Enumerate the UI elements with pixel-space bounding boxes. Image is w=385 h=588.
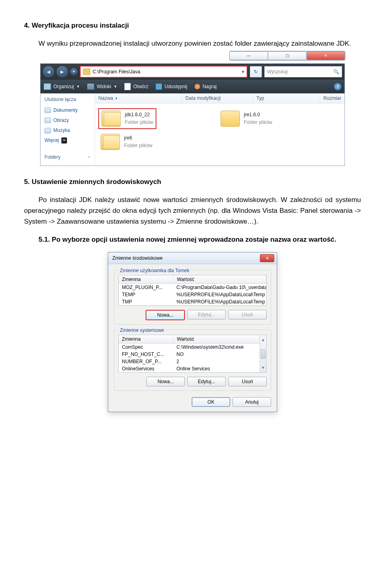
chevron-up-icon: ⌄ (87, 154, 91, 161)
folder-label: jre6 Folder plików (124, 134, 152, 150)
folders-area: jdk1.6.0_22 Folder plików jre1.6.0 Folde… (95, 103, 344, 134)
sidebar-link-music[interactable]: Muzyka (45, 125, 91, 135)
table-row[interactable]: OnlineServicesOnline Services (119, 365, 266, 372)
column-name[interactable]: Nazwa▲ (95, 93, 182, 103)
col-variable[interactable]: Zmienna (119, 276, 174, 283)
organize-button[interactable]: Organizuj▼ (44, 83, 80, 91)
column-size[interactable]: Rozmiar (320, 93, 344, 103)
search-input[interactable]: Wyszukaj 🔍 (264, 66, 342, 77)
explorer-sidebar: Ulubione łącza Dokumenty Obrazy Muzyka W… (41, 93, 95, 165)
user-vars-table: Zmienna Wartość MOZ_PLUGIN_P...C:\Progra… (118, 275, 267, 306)
dialog-titlebar: Zmienne środowiskowe ✕ (108, 253, 277, 264)
new-button[interactable]: Nowa... (146, 310, 185, 320)
explorer-screenshot: — ▢ ✕ ◄ ► ▼ C:\Program Files\Java ▾ ↻ Wy… (40, 63, 345, 166)
open-button[interactable]: Otwórz (124, 83, 148, 91)
col-value[interactable]: Wartość (174, 335, 266, 343)
folder-jre6[interactable]: jre6 Folder plików (101, 134, 152, 150)
forward-button[interactable]: ► (57, 66, 68, 77)
burn-button[interactable]: Nagraj (195, 83, 217, 91)
documents-icon (45, 107, 51, 113)
sidebar-title: Ulubione łącza (45, 96, 91, 103)
group-system-vars: Zmienne systemowe Zmienna Wartość ComSpe… (114, 329, 271, 391)
dialog-close-button[interactable]: ✕ (260, 254, 274, 262)
column-headers: Nazwa▲ Data modyfikacji Typ Rozmiar (95, 93, 344, 103)
explorer-nav: ◄ ► ▼ C:\Program Files\Java ▾ ↻ Wyszukaj… (41, 64, 344, 80)
organize-icon (44, 83, 51, 90)
dialog-body: Zmienne użytkownika dla Tomek Zmienna Wa… (108, 264, 277, 412)
group-system-caption: Zmienne systemowe (118, 327, 166, 334)
folder-jdk[interactable]: jdk1.6.0_22 Folder plików (101, 111, 153, 127)
cancel-button[interactable]: Anuluj (233, 397, 271, 407)
folder-icon (221, 111, 240, 127)
folder-label: jre1.6.0 Folder plików (244, 111, 272, 126)
group-user-vars: Zmienne użytkownika dla Tomek Zmienna Wa… (114, 270, 271, 325)
table-header: Zmienna Wartość (119, 335, 266, 344)
explorer-body: Ulubione łącza Dokumenty Obrazy Muzyka W… (41, 93, 344, 165)
section5-heading: 5. Ustawienie zmiennych środowiskowych (24, 176, 361, 187)
search-icon: 🔍 (333, 68, 339, 76)
delete-button[interactable]: Usuń (228, 377, 267, 386)
table-row[interactable]: TEMP%USERPROFILE%\AppData\Local\Temp (119, 291, 266, 298)
table-row[interactable]: ComSpecC:\Windows\system32\cmd.exe (119, 344, 266, 351)
folders-area-2: jre6 Folder plików (95, 134, 344, 155)
maximize-button[interactable]: ▢ (268, 51, 306, 60)
views-icon (87, 83, 94, 90)
section4-heading: 4. Weryfikacja procesu instalacji (24, 20, 361, 31)
scroll-up-icon[interactable]: ▴ (262, 336, 264, 344)
sidebar-link-pictures[interactable]: Obrazy (45, 115, 91, 125)
sidebar-link-documents[interactable]: Dokumenty (45, 105, 91, 115)
close-button[interactable]: ✕ (306, 51, 345, 60)
search-placeholder: Wyszukaj (267, 68, 288, 76)
scroll-down-icon[interactable]: ▾ (262, 364, 264, 372)
address-bar[interactable]: C:\Program Files\Java ▾ (80, 66, 247, 78)
address-text: C:\Program Files\Java (93, 68, 140, 76)
minimize-button[interactable]: — (230, 51, 268, 60)
music-icon (45, 128, 51, 133)
refresh-button[interactable]: ↻ (250, 66, 262, 77)
col-value[interactable]: Wartość (174, 276, 266, 283)
table-row[interactable]: NUMBER_OF_P...2 (119, 358, 266, 365)
back-button[interactable]: ◄ (43, 66, 54, 77)
explorer-main: Nazwa▲ Data modyfikacji Typ Rozmiar jdk1… (95, 93, 344, 165)
edit-button[interactable]: Edytuj... (187, 310, 226, 319)
highlighted-folders: jdk1.6.0_22 Folder plików (98, 108, 156, 129)
scroll-thumb[interactable] (261, 349, 265, 359)
group-user-caption: Zmienne użytkownika dla Tomek (118, 267, 191, 275)
col-variable[interactable]: Zmienna (119, 335, 174, 343)
system-button-row: Nowa... Edytuj... Usuń (118, 377, 267, 386)
section4-paragraph: W wyniku przeprowadzonej instalacji utwo… (24, 38, 361, 49)
folder-icon (101, 111, 121, 127)
user-button-row: Nowa... Edytuj... Usuń (118, 310, 267, 320)
views-button[interactable]: Widoki▼ (87, 83, 117, 91)
column-type[interactable]: Typ (253, 93, 320, 103)
explorer-toolbar: Organizuj▼ Widoki▼ Otwórz Udostępnij Nag… (41, 80, 344, 93)
help-button[interactable]: ? (334, 83, 341, 90)
folder-jre[interactable]: jre1.6.0 Folder plików (221, 108, 272, 129)
table-row[interactable]: FP_NO_HOST_C...NO (119, 351, 266, 358)
share-button[interactable]: Udostępnij (156, 83, 187, 91)
section5-paragraph: Po instalacji JDK należy ustawić nowe wa… (24, 194, 361, 227)
folder-icon (101, 134, 120, 150)
address-dropdown-icon[interactable]: ▾ (242, 68, 244, 76)
dialog-footer: OK Anuluj (114, 396, 271, 407)
table-header: Zmienna Wartość (119, 275, 266, 284)
sort-indicator-icon: ▲ (115, 96, 118, 101)
open-icon (124, 83, 131, 90)
table-row[interactable]: TMP%USERPROFILE%\AppData\Local\Temp (119, 298, 266, 305)
scrollbar[interactable]: ▴ ▾ (259, 335, 266, 372)
history-dropdown[interactable]: ▼ (70, 68, 77, 75)
folder-icon (83, 69, 90, 75)
system-vars-table: Zmienna Wartość ComSpecC:\Windows\system… (118, 335, 267, 373)
edit-button[interactable]: Edytuj... (187, 377, 226, 386)
sidebar-folders-toggle[interactable]: Foldery⌄ (45, 154, 91, 161)
burn-icon (195, 84, 200, 89)
ok-button[interactable]: OK (192, 397, 230, 407)
folder-label: jdk1.6.0_22 Folder plików (125, 111, 153, 126)
column-date[interactable]: Data modyfikacji (182, 93, 253, 103)
envvars-dialog: Zmienne środowiskowe ✕ Zmienne użytkowni… (108, 252, 277, 412)
sidebar-link-more[interactable]: Więcej ≫ (45, 135, 91, 145)
dialog-title-text: Zmienne środowiskowe (112, 255, 162, 262)
table-row[interactable]: MOZ_PLUGIN_P...C:\ProgramData\Gadu-Gadu … (119, 284, 266, 291)
delete-button[interactable]: Usuń (228, 310, 267, 319)
new-button[interactable]: Nowa... (146, 377, 185, 386)
